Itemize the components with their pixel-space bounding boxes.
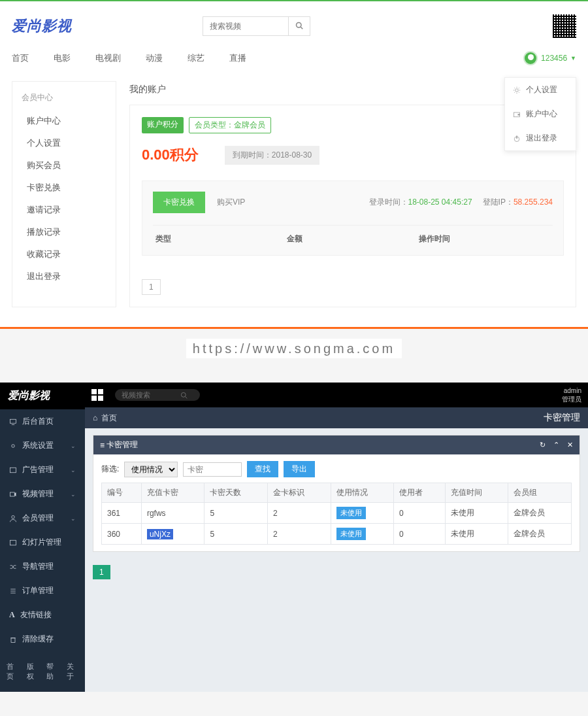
wallet-icon (513, 111, 521, 118)
th-time: 充值时间 (445, 483, 508, 503)
nav-movie[interactable]: 电影 (54, 52, 71, 64)
search-input[interactable] (203, 18, 288, 35)
sidebar-item-logout[interactable]: 退出登录 (12, 265, 116, 288)
admin-nav-navmgmt[interactable]: 导航管理 (0, 554, 85, 579)
sidebar-item-play[interactable]: 播放记录 (12, 221, 116, 243)
svg-rect-17 (11, 638, 15, 642)
admin-screenshot: 爱尚影视 后台首页 系统设置⌄ 广告管理⌄ 视频管理⌄ 会员管理⌄ 幻灯片管理 … (0, 383, 588, 692)
table-row[interactable]: 361 rgfws 5 2 未使用 0 未使用 金牌会员 (102, 503, 572, 524)
action-row: 卡密兑换 购买VIP 登录时间：18-08-25 04:45:27 登陆IP：5… (153, 192, 553, 213)
admin-nav-system[interactable]: 系统设置⌄ (0, 434, 85, 458)
chevron-down-icon: ⌄ (71, 467, 76, 473)
main-nav: 首页 电影 电视剧 动漫 综艺 直播 123456 ▼ (12, 47, 576, 73)
user-chip[interactable]: 123456 ▼ (523, 51, 576, 65)
nav-variety[interactable]: 综艺 (188, 52, 204, 64)
sidebar-item-invite[interactable]: 邀请记录 (12, 199, 116, 221)
cards-table: 编号 充值卡密 卡密天数 金卡标识 使用情况 使用者 充值时间 会员组 361 … (101, 483, 572, 545)
dropdown-profile[interactable]: 个人设置 (505, 78, 576, 102)
reload-icon[interactable]: ↻ (540, 441, 546, 449)
collapse-icon[interactable]: ⌃ (553, 441, 559, 449)
admin-nav-member[interactable]: 会员管理⌄ (0, 506, 85, 530)
ad-icon (9, 466, 17, 474)
footer-home[interactable]: 首页 (7, 662, 19, 681)
sidebar-item-account[interactable]: 账户中心 (12, 110, 116, 132)
watermark-url: https://www.songma.com (0, 329, 588, 383)
chevron-down-icon: ⌄ (71, 515, 76, 522)
filter-input[interactable] (183, 462, 242, 477)
svg-point-19 (181, 392, 186, 397)
admin-nav-ads[interactable]: 广告管理⌄ (0, 458, 85, 482)
footer-copyright[interactable]: 版权 (27, 662, 39, 681)
dropdown-logout[interactable]: 退出登录 (505, 126, 576, 150)
gear-icon (9, 442, 17, 450)
filter-select[interactable]: 使用情况 (124, 462, 178, 477)
search-box (203, 16, 310, 36)
close-icon[interactable]: ✕ (567, 441, 573, 449)
svg-point-0 (297, 22, 302, 27)
dropdown-logout-label: 退出登录 (526, 133, 557, 144)
status-badge: 未使用 (336, 507, 366, 519)
shuffle-icon (9, 563, 17, 571)
admin-top-user[interactable]: admin 管理员 (562, 386, 581, 403)
panel-tools: ↻ ⌃ ✕ (540, 441, 573, 449)
admin-nav-links[interactable]: A友情链接 (0, 603, 85, 627)
filter-label: 筛选: (101, 464, 119, 475)
monitor-icon (9, 418, 17, 426)
breadcrumb-home[interactable]: 首页 (101, 413, 117, 424)
nav-tv[interactable]: 电视剧 (95, 52, 121, 64)
home-icon[interactable]: ⌂ (93, 413, 97, 422)
sidebar-item-card[interactable]: 卡密兑换 (12, 177, 116, 199)
power-icon (513, 135, 521, 143)
admin-pager: 1 (93, 565, 580, 579)
action-subcard: 卡密兑换 购买VIP 登录时间：18-08-25 04:45:27 登陆IP：5… (142, 180, 564, 256)
admin-nav-home[interactable]: 后台首页 (0, 409, 85, 434)
admin-nav-cache[interactable]: 清除缓存 (0, 627, 85, 651)
member-sidebar: 会员中心 账户中心 个人设置 购买会员 卡密兑换 邀请记录 播放记录 收藏记录 … (12, 81, 116, 307)
login-meta: 登录时间：18-08-25 04:45:27 登陆IP：58.255.234 (369, 197, 553, 208)
nav-live[interactable]: 直播 (229, 52, 246, 64)
search-button[interactable] (288, 17, 310, 35)
export-button[interactable]: 导出 (284, 461, 315, 477)
main-panel: 个人设置 账户中心 退出登录 我的账户 账户积分 会员类型：金牌会员 (129, 81, 576, 307)
footer-help[interactable]: 帮助 (46, 662, 59, 681)
apps-icon[interactable] (91, 389, 103, 401)
sidebar-item-collect[interactable]: 收藏记录 (12, 243, 116, 265)
sidebar-item-buy[interactable]: 购买会员 (12, 154, 116, 177)
expire-label: 到期时间： (233, 150, 272, 160)
chevron-down-icon: ⌄ (71, 443, 76, 449)
panel-body: 筛选: 使用情况 查找 导出 编号 充值卡密 卡密天数 金卡标识 使用情况 使用… (93, 454, 580, 551)
username: 123456 (541, 54, 567, 63)
highlighted-code: uNjXz (147, 529, 173, 539)
col-type: 类型 (155, 233, 287, 245)
breadcrumb-bar: ⌂ 首页 卡密管理 (85, 407, 588, 428)
page-1[interactable]: 1 (142, 279, 161, 295)
col-amount: 金额 (287, 233, 418, 245)
search-button[interactable]: 查找 (247, 461, 278, 477)
nav-anime[interactable]: 动漫 (146, 52, 163, 64)
footer-about[interactable]: 关于 (67, 662, 79, 681)
buy-vip-link[interactable]: 购买VIP (217, 197, 245, 208)
svg-point-2 (515, 88, 519, 92)
svg-line-20 (186, 396, 188, 398)
svg-rect-11 (10, 492, 15, 496)
video-icon (9, 490, 17, 498)
table-row[interactable]: 360 uNjXz 5 2 未使用 0 未使用 金牌会员 (102, 524, 572, 545)
th-id: 编号 (102, 483, 142, 503)
sidebar-item-profile[interactable]: 个人设置 (12, 132, 116, 154)
admin-sidebar: 爱尚影视 后台首页 系统设置⌄ 广告管理⌄ 视频管理⌄ 会员管理⌄ 幻灯片管理 … (0, 383, 85, 692)
admin-search-input[interactable] (122, 391, 180, 399)
admin-nav-order[interactable]: 订单管理 (0, 579, 85, 603)
card-exchange-button[interactable]: 卡密兑换 (153, 192, 205, 213)
admin-nav-video[interactable]: 视频管理⌄ (0, 482, 85, 506)
admin-nav-slide[interactable]: 幻灯片管理 (0, 530, 85, 554)
svg-rect-10 (10, 468, 16, 473)
nav-home[interactable]: 首页 (12, 52, 29, 64)
filter-row: 筛选: 使用情况 查找 导出 (101, 461, 572, 477)
login-time: 登录时间：18-08-25 04:45:27 (369, 197, 472, 208)
th-group: 会员组 (508, 483, 572, 503)
page-current[interactable]: 1 (93, 565, 110, 579)
trash-icon (9, 636, 17, 643)
dropdown-account[interactable]: 账户中心 (505, 102, 576, 126)
search-icon (180, 392, 188, 399)
dropdown-account-label: 账户中心 (526, 109, 557, 120)
